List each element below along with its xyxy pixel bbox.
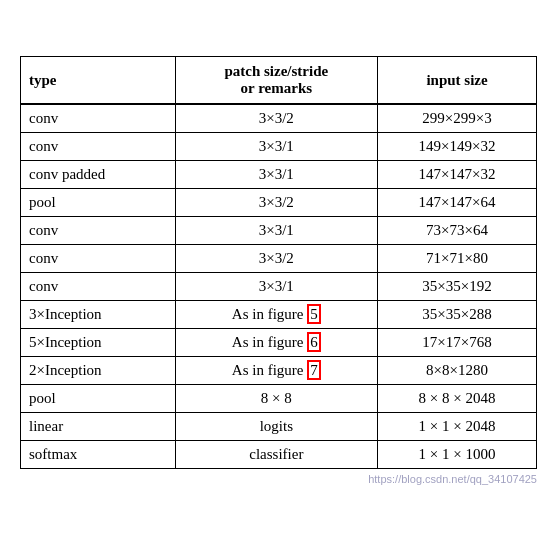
table-row: pool8 × 88 × 8 × 2048 (21, 385, 537, 413)
cell-input: 73×73×64 (378, 217, 537, 245)
cell-patch: 3×3/1 (175, 273, 377, 301)
cell-type: softmax (21, 441, 176, 469)
cell-type: conv (21, 245, 176, 273)
cell-input: 149×149×32 (378, 133, 537, 161)
cell-patch: logits (175, 413, 377, 441)
cell-input: 8×8×1280 (378, 357, 537, 385)
cell-type: linear (21, 413, 176, 441)
cell-patch: 3×3/2 (175, 104, 377, 133)
cell-type: conv (21, 273, 176, 301)
table-row: conv3×3/2299×299×3 (21, 104, 537, 133)
cell-input: 71×71×80 (378, 245, 537, 273)
table-row: conv3×3/173×73×64 (21, 217, 537, 245)
cell-type: conv (21, 217, 176, 245)
header-row: type patch size/stride or remarks input … (21, 57, 537, 105)
highlighted-figure-number: 5 (307, 304, 321, 324)
table-container: type patch size/stride or remarks input … (20, 56, 537, 485)
cell-patch: 3×3/2 (175, 189, 377, 217)
architecture-table: type patch size/stride or remarks input … (20, 56, 537, 469)
watermark: https://blog.csdn.net/qq_34107425 (20, 473, 537, 485)
table-row: pool3×3/2147×147×64 (21, 189, 537, 217)
cell-input: 8 × 8 × 2048 (378, 385, 537, 413)
cell-type: conv padded (21, 161, 176, 189)
cell-type: 5×Inception (21, 329, 176, 357)
table-row: 2×InceptionAs in figure 78×8×1280 (21, 357, 537, 385)
table-row: linearlogits1 × 1 × 2048 (21, 413, 537, 441)
col-header-patch: patch size/stride or remarks (175, 57, 377, 105)
highlighted-figure-number: 6 (307, 332, 321, 352)
table-row: conv3×3/1149×149×32 (21, 133, 537, 161)
cell-patch: 3×3/1 (175, 133, 377, 161)
cell-input: 35×35×192 (378, 273, 537, 301)
cell-input: 299×299×3 (378, 104, 537, 133)
cell-patch: 3×3/1 (175, 217, 377, 245)
cell-input: 147×147×32 (378, 161, 537, 189)
table-row: conv padded3×3/1147×147×32 (21, 161, 537, 189)
cell-type: 3×Inception (21, 301, 176, 329)
cell-type: conv (21, 133, 176, 161)
cell-input: 147×147×64 (378, 189, 537, 217)
table-row: 5×InceptionAs in figure 617×17×768 (21, 329, 537, 357)
col-header-type: type (21, 57, 176, 105)
cell-patch: 3×3/2 (175, 245, 377, 273)
cell-input: 17×17×768 (378, 329, 537, 357)
cell-input: 35×35×288 (378, 301, 537, 329)
cell-input: 1 × 1 × 2048 (378, 413, 537, 441)
cell-type: pool (21, 189, 176, 217)
cell-patch: As in figure 7 (175, 357, 377, 385)
table-row: conv3×3/271×71×80 (21, 245, 537, 273)
cell-input: 1 × 1 × 1000 (378, 441, 537, 469)
cell-patch: As in figure 5 (175, 301, 377, 329)
cell-patch: As in figure 6 (175, 329, 377, 357)
cell-patch: 3×3/1 (175, 161, 377, 189)
col-header-input: input size (378, 57, 537, 105)
highlighted-figure-number: 7 (307, 360, 321, 380)
cell-patch: classifier (175, 441, 377, 469)
cell-type: conv (21, 104, 176, 133)
table-row: softmaxclassifier1 × 1 × 1000 (21, 441, 537, 469)
cell-type: pool (21, 385, 176, 413)
cell-type: 2×Inception (21, 357, 176, 385)
table-row: conv3×3/135×35×192 (21, 273, 537, 301)
cell-patch: 8 × 8 (175, 385, 377, 413)
table-row: 3×InceptionAs in figure 535×35×288 (21, 301, 537, 329)
